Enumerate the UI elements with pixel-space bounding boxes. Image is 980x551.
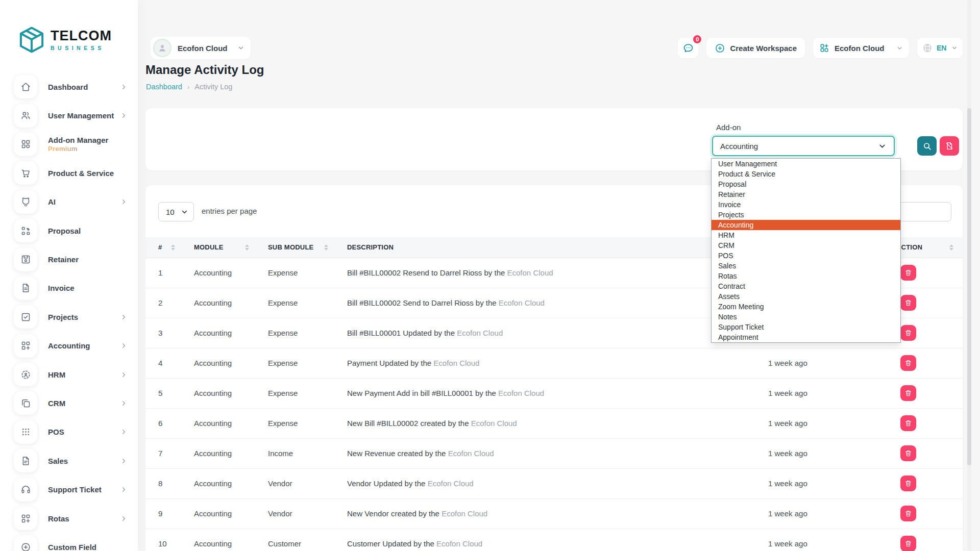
table-row: 9 Accounting Vendor New Vendor created b… <box>145 498 963 529</box>
dropdown-option-user-management[interactable]: User Management <box>712 159 900 169</box>
notification-badge: 0 <box>692 34 702 44</box>
sidebar-item-label: Accounting <box>48 341 120 350</box>
column-header-[interactable]: # <box>145 237 181 258</box>
cell-number: 6 <box>145 408 181 438</box>
dropdown-option-contract[interactable]: Contract <box>712 281 900 291</box>
delete-button[interactable] <box>900 355 916 371</box>
column-header-sub-module[interactable]: SUB MODULE <box>255 237 334 258</box>
support-icon <box>14 478 37 502</box>
page-scrollbar-thumb[interactable] <box>967 108 971 465</box>
hrm-icon <box>14 363 37 386</box>
delete-button[interactable] <box>900 445 916 461</box>
sidebar-item-crm[interactable]: CRM <box>0 389 138 417</box>
dropdown-option-sales[interactable]: Sales <box>712 261 900 271</box>
addon-dropdown: User ManagementProduct & ServiceProposal… <box>711 158 901 343</box>
delete-button[interactable] <box>900 385 916 401</box>
sidebar-item-rotas[interactable]: Rotas <box>0 504 138 533</box>
dropdown-option-appointment[interactable]: Appointment <box>712 332 900 342</box>
rotas-icon <box>14 507 37 530</box>
language-selector[interactable]: EN <box>917 38 963 58</box>
trash-icon <box>904 540 912 547</box>
sidebar-item-user-management[interactable]: User Management <box>0 101 138 130</box>
dropdown-option-accounting[interactable]: Accounting <box>712 220 900 230</box>
sidebar-item-dashboard[interactable]: Dashboard <box>0 72 138 101</box>
language-label: EN <box>937 44 947 52</box>
cell-sub-module: Expense <box>255 348 334 378</box>
chevron-right-icon <box>120 83 128 91</box>
cell-number: 8 <box>145 468 181 498</box>
chevron-right-icon <box>120 313 128 321</box>
cell-module: Accounting <box>181 438 255 468</box>
dropdown-option-notes[interactable]: Notes <box>712 312 900 322</box>
sidebar-item-label: Invoice <box>48 284 128 292</box>
dropdown-option-proposal[interactable]: Proposal <box>712 179 900 189</box>
sidebar-item-pos[interactable]: POS <box>0 418 138 446</box>
column-header-label: DESCRIPTION <box>347 243 394 251</box>
cell-number: 2 <box>145 288 181 318</box>
delete-button[interactable] <box>900 415 916 431</box>
table-row: 6 Accounting Expense New Bill #BILL00002… <box>145 408 963 438</box>
workspace-dropdown-label: Ecofon Cloud <box>835 44 891 53</box>
home-icon <box>14 75 37 98</box>
cell-description: New Vendor created by the <box>347 509 439 518</box>
sidebar-item-retainer[interactable]: Retainer <box>0 245 138 273</box>
delete-button[interactable] <box>900 295 916 311</box>
workspace-selector[interactable]: Ecofon Cloud <box>151 37 251 59</box>
dropdown-option-hrm[interactable]: HRM <box>712 230 900 240</box>
cell-module: Accounting <box>181 318 255 348</box>
search-button[interactable] <box>917 136 937 156</box>
chevron-right-icon <box>120 515 128 522</box>
create-workspace-button[interactable]: Create Workspace <box>706 38 805 58</box>
column-header-module[interactable]: MODULE <box>181 237 255 258</box>
dropdown-option-projects[interactable]: Projects <box>712 210 900 220</box>
cell-module: Accounting <box>181 378 255 408</box>
sidebar-item-proposal[interactable]: Proposal <box>0 216 138 245</box>
delete-button[interactable] <box>900 475 916 491</box>
sidebar-item-add-on-manager[interactable]: Add-on Manager Premium <box>0 130 138 159</box>
cell-module: Accounting <box>181 258 255 288</box>
addon-select[interactable]: Accounting <box>712 136 895 156</box>
dropdown-option-rotas[interactable]: Rotas <box>712 271 900 281</box>
sidebar-item-sales[interactable]: Sales <box>0 446 138 475</box>
cell-module: Accounting <box>181 468 255 498</box>
reset-filter-button[interactable] <box>940 136 959 156</box>
search-icon <box>922 141 932 151</box>
column-header-action[interactable]: ACTION <box>893 237 963 258</box>
sidebar-item-support-ticket[interactable]: Support Ticket <box>0 475 138 504</box>
dropdown-option-support-ticket[interactable]: Support Ticket <box>712 322 900 332</box>
sidebar-item-hrm[interactable]: HRM <box>0 360 138 389</box>
dropdown-option-retainer[interactable]: Retainer <box>712 189 900 199</box>
accounting-icon <box>14 334 37 358</box>
chevron-down-icon <box>181 208 188 216</box>
dropdown-option-pos[interactable]: POS <box>712 251 900 261</box>
sidebar-item-projects[interactable]: Projects <box>0 303 138 331</box>
dropdown-option-assets[interactable]: Assets <box>712 291 900 302</box>
sidebar-item-sublabel: Premium <box>48 145 128 153</box>
sidebar-item-ai[interactable]: AI <box>0 188 138 216</box>
cell-module: Accounting <box>181 408 255 438</box>
dropdown-option-crm[interactable]: CRM <box>712 240 900 251</box>
cell-description-actor: Ecofon Cloud <box>433 359 479 367</box>
sidebar-item-invoice[interactable]: Invoice <box>0 274 138 303</box>
sort-icon <box>949 244 953 251</box>
cell-sub-module: Vendor <box>255 468 334 498</box>
dropdown-option-zoom-meeting[interactable]: Zoom Meeting <box>712 302 900 312</box>
messages-button[interactable]: 0 <box>678 38 698 58</box>
delete-button[interactable] <box>900 536 916 551</box>
delete-button[interactable] <box>900 325 916 341</box>
cell-date: 1 week ago <box>755 438 893 468</box>
table-row: 4 Accounting Expense Payment Updated by … <box>145 348 963 378</box>
sidebar-item-custom-field[interactable]: Custom Field <box>0 533 138 551</box>
dropdown-option-product-service[interactable]: Product & Service <box>712 169 900 179</box>
breadcrumb-current: Activity Log <box>194 83 232 91</box>
breadcrumb-link-dashboard[interactable]: Dashboard <box>146 83 182 91</box>
sort-icon <box>324 244 328 251</box>
dropdown-option-invoice[interactable]: Invoice <box>712 199 900 210</box>
entries-per-page-select[interactable]: 10 <box>158 202 194 221</box>
brand-logo[interactable]: TELCOM BUSINESS <box>18 26 112 54</box>
sidebar-item-product-service[interactable]: Product & Service <box>0 159 138 187</box>
delete-button[interactable] <box>900 265 916 281</box>
sidebar-item-accounting[interactable]: Accounting <box>0 332 138 360</box>
delete-button[interactable] <box>900 506 916 521</box>
workspace-dropdown[interactable]: Ecofon Cloud <box>813 38 909 58</box>
